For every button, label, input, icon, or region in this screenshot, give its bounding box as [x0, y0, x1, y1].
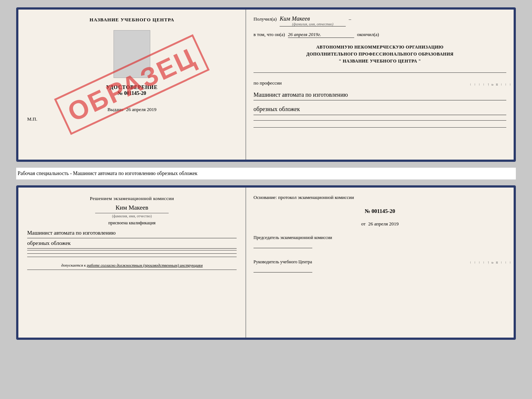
poluchil-row: Получил(а) Ким Макеев (фамилия, имя, отч… — [254, 15, 506, 26]
bottom-name: Ким Макеев — [116, 204, 148, 211]
top-doc-right: Получил(а) Ким Макеев (фамилия, имя, отч… — [246, 10, 514, 160]
osnovaniye-label: Основание: протокол экзаменационной коми… — [254, 195, 354, 200]
resheniem-label: Решением экзаменационной комиссии — [90, 195, 174, 203]
protocol-number: № 001145-20 — [254, 208, 506, 214]
top-doc-left: НАЗВАНИЕ УЧЕБНОГО ЦЕНТРА УДОСТОВЕРЕНИЕ №… — [18, 10, 246, 160]
edge-mark-2: – — [504, 83, 508, 86]
edge-mark-5: а — [491, 84, 495, 86]
prof-divider2 — [254, 127, 506, 128]
vtom-label: в том, что он(а) — [254, 32, 285, 38]
org-divider — [254, 72, 506, 73]
date-field: 26 апреля 2019г. — [288, 32, 354, 38]
rukovoditel-label: Руководитель учебного Центра — [254, 259, 506, 265]
vydano-line: Выдано 26 апреля 2019 — [107, 107, 156, 113]
po-professii-label: по профессии — [254, 80, 282, 86]
fio-label: (фамилия, имя, отчество) — [280, 22, 346, 26]
bottom-edge-mark-10: – — [469, 261, 473, 264]
dopuskaetsya-label: допускается к — [61, 263, 86, 267]
bottom-edge-mark-4: и — [495, 261, 500, 264]
org-line1: АВТОНОМНУЮ НЕКОММЕРЧЕСКУЮ ОРГАНИЗАЦИЮ — [254, 44, 506, 51]
ot-date-row: от 26 апреля 2019 — [254, 221, 506, 227]
edge-mark-6: ← — [486, 83, 491, 87]
separator-text: Рабочая специальность - Машинист автомат… — [16, 168, 516, 179]
bottom-edge-mark-7: – — [482, 261, 486, 264]
bottom-doc-right: Основание: протокол экзаменационной коми… — [246, 188, 514, 338]
dopuskaetsya-text: работе согласно должностным (производств… — [87, 263, 203, 267]
right-edge-marks: – – – и а ← – – – – — [507, 10, 514, 160]
vydano-label: Выдано — [107, 107, 123, 112]
bottom-fio-label: (фамилия, имя, отчество) — [95, 213, 169, 218]
profession-line1: Машинист автомата по изготовлению — [254, 90, 506, 101]
dopuskaetsya-block: допускается к работе согласно должностны… — [61, 263, 202, 267]
vydano-date: 26 апреля 2019 — [126, 107, 157, 112]
rukovoditel-signature-line — [254, 267, 312, 272]
bottom-prof-divider3 — [27, 257, 237, 257]
predsedatel-block: Председатель экзаменационной комиссии — [254, 234, 506, 250]
ot-label: от — [361, 221, 366, 227]
recipient-name-field: Ким Макеев (фамилия, имя, отчество) — [280, 15, 346, 26]
bottom-right-edge-marks: – – – и а ← – – – – — [507, 188, 514, 338]
edge-mark-1: – — [508, 83, 513, 86]
edge-mark-9: – — [473, 83, 478, 86]
photo-placeholder — [114, 30, 150, 78]
bottom-edge-mark-1: – — [508, 261, 513, 264]
bottom-edge-mark-3: – — [500, 261, 504, 264]
mp-label: М.П. — [27, 116, 37, 122]
org-line2: ДОПОЛНИТЕЛЬНОГО ПРОФЕССИОНАЛЬНОГО ОБРАЗО… — [254, 51, 506, 58]
edge-mark-7: – — [482, 83, 486, 86]
org-block: АВТОНОМНУЮ НЕКОММЕРЧЕСКУЮ ОРГАНИЗАЦИЮ ДО… — [254, 44, 506, 65]
bottom-dopusk-divider — [27, 270, 237, 270]
bottom-doc-left: Решением экзаменационной комиссии Ким Ма… — [18, 188, 246, 338]
edge-mark-10: – — [469, 83, 473, 86]
predsedatel-label: Председатель экзаменационной комиссии — [254, 234, 506, 241]
bottom-edge-mark-5: а — [491, 262, 495, 264]
prisvoena-label: присвоена квалификация — [108, 220, 156, 226]
osnovaniye-block: Основание: протокол экзаменационной коми… — [254, 193, 506, 202]
top-left-title: НАЗВАНИЕ УЧЕБНОГО ЦЕНТРА — [90, 17, 175, 23]
edge-mark-8: – — [478, 83, 482, 86]
ot-date-value: 26 апреля 2019 — [368, 221, 399, 227]
bottom-edge-mark-9: – — [473, 261, 478, 264]
bottom-profession-line2: обрезных обложек — [27, 238, 237, 249]
recipient-name: Ким Макеев — [280, 15, 310, 22]
bottom-prof-divider2 — [27, 253, 237, 254]
predsedatel-signature-line — [254, 242, 312, 248]
udostoverenie-title: УДОСТОВЕРЕНИЕ — [106, 85, 158, 90]
bottom-edge-mark-2: – — [504, 261, 508, 264]
prof-divider1 — [254, 120, 506, 121]
bottom-profession-line1: Машинист автомата по изготовлению — [27, 228, 237, 238]
poluchil-label: Получил(а) — [254, 16, 277, 22]
bottom-edge-mark-6: ← — [486, 261, 491, 265]
po-professii-block: по профессии — [254, 80, 506, 86]
udostoverenie-block: УДОСТОВЕРЕНИЕ № 001145-20 — [106, 85, 158, 96]
okonchil-label: окончил(а) — [357, 32, 379, 38]
vtom-row: в том, что он(а) 26 апреля 2019г. окончи… — [254, 32, 506, 38]
org-line3: " НАЗВАНИЕ УЧЕБНОГО ЦЕНТРА " — [254, 58, 506, 65]
edge-mark-3: – — [500, 83, 504, 86]
dash-after-name: – — [349, 16, 351, 22]
bottom-edge-mark-8: – — [478, 261, 482, 264]
udostoverenie-number: № 001145-20 — [106, 90, 158, 96]
profession-line2: обрезных обложек — [254, 104, 506, 115]
rukovoditel-block: Руководитель учебного Центра — [254, 259, 506, 274]
edge-mark-4: и — [495, 83, 500, 86]
bottom-prof-divider1 — [27, 250, 237, 250]
top-document: НАЗВАНИЕ УЧЕБНОГО ЦЕНТРА УДОСТОВЕРЕНИЕ №… — [16, 7, 516, 162]
bottom-document: Решением экзаменационной комиссии Ким Ма… — [16, 185, 516, 340]
